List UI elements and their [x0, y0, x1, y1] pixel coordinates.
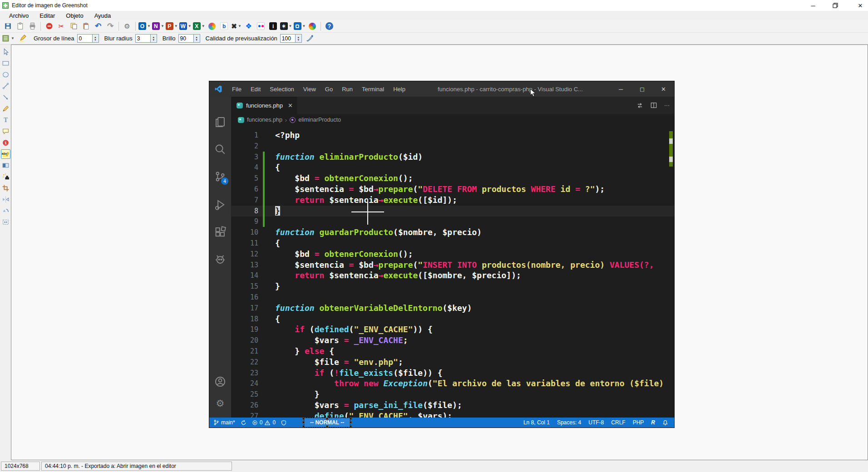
onenote-icon[interactable]: N▼ [152, 21, 164, 32]
line-number: 24 [231, 378, 258, 389]
save-icon[interactable] [2, 21, 13, 32]
undo-icon[interactable]: ↶ [93, 21, 104, 32]
line-number: 18 [231, 314, 258, 324]
menu-editar[interactable]: Editar [35, 11, 59, 20]
indentation: Spaces: 4 [557, 419, 581, 426]
print-icon[interactable] [27, 21, 38, 32]
line-tool[interactable] [1, 81, 10, 91]
line-number: 8 [231, 206, 258, 216]
word-icon[interactable]: W▼ [179, 21, 192, 32]
titlebar: Editor de imagen de Greenshot ─ ✕ [0, 0, 868, 11]
external-app-icon[interactable]: ✖▼ [231, 21, 242, 32]
line-number: 27 [231, 411, 258, 418]
menu-archivo[interactable]: Archivo [5, 11, 33, 20]
preview-quality-spinner[interactable]: ▲▼ [296, 34, 302, 43]
toolbar-separator [118, 22, 119, 31]
code-line-18: 18{ [231, 314, 674, 324]
editor-canvas[interactable]: FileEditSelectionViewGoRunTerminalHelp f… [11, 44, 868, 460]
highlighter-icon[interactable] [17, 33, 28, 44]
line-number: 25 [231, 389, 258, 400]
b-service-icon[interactable]: b [219, 21, 230, 32]
preview-quality-input[interactable] [280, 34, 296, 43]
close-button[interactable]: ✕ [856, 2, 864, 9]
language-mode: PHP [633, 419, 644, 426]
confirm-tool-icon[interactable] [305, 33, 316, 44]
photobucket-icon[interactable]: ✶▼ [280, 21, 292, 32]
method-symbol-icon [290, 117, 296, 123]
effects-tool[interactable] [1, 172, 10, 182]
outlook-icon[interactable]: O▼ [138, 21, 151, 32]
menu-ayuda[interactable]: Ayuda [90, 11, 116, 20]
pointer-tool[interactable] [1, 47, 10, 57]
imgur-icon[interactable]: i [268, 21, 279, 32]
resize-canvas-tool[interactable] [1, 217, 10, 227]
brightness-input[interactable] [178, 34, 194, 43]
debug-extension-icon [209, 250, 231, 268]
help-icon[interactable]: ? [324, 21, 335, 32]
blur-radius-input[interactable] [135, 34, 151, 43]
freehand-tool[interactable] [1, 104, 10, 113]
paint-icon[interactable] [207, 21, 217, 32]
code-text: $sentencia = $bd→prepare("DELETE FROM pr… [275, 184, 605, 195]
code-line-3: 3function eliminarProducto($id) [231, 152, 674, 162]
line-thickness-spinner[interactable]: ▲▼ [93, 34, 99, 43]
svg-text:T: T [3, 117, 7, 123]
obfuscate-tool[interactable] [1, 161, 10, 170]
dropbox-icon[interactable]: ❖ [243, 21, 254, 32]
copy-icon[interactable] [68, 21, 79, 32]
code-line-26: 26 $vars = parse_ini_file($file); [231, 400, 674, 411]
field-highlight-icon[interactable]: ▼ [2, 33, 15, 44]
paste-icon[interactable] [80, 21, 91, 32]
line-number: 11 [231, 238, 258, 249]
image-dimensions: 1024x768 [1, 462, 40, 471]
clipboard-icon[interactable] [15, 21, 25, 32]
mouse-pointer-icon [529, 88, 537, 98]
excel-icon[interactable]: X▼ [193, 21, 205, 32]
branch-name: main* [221, 419, 235, 426]
box-icon[interactable]: ▼ [294, 21, 306, 32]
picasa-icon[interactable] [307, 21, 318, 32]
arrow-tool[interactable] [1, 93, 10, 102]
git-added-indicator [263, 152, 265, 162]
menu-objeto[interactable]: Objeto [61, 11, 88, 20]
redo-icon[interactable]: ↷ [105, 21, 116, 32]
tab-funciones-php: funciones.php ✕ [231, 97, 298, 114]
restore-button[interactable] [833, 3, 841, 8]
highlight-tool[interactable]: abc [1, 149, 10, 159]
line-thickness-input[interactable] [77, 34, 93, 43]
brightness-label: Brillo [163, 35, 176, 42]
crop-tool[interactable] [1, 183, 10, 193]
minimize-button[interactable]: ─ [809, 2, 817, 9]
rotate-tool[interactable] [1, 206, 10, 216]
code-line-8: 8} [231, 206, 674, 216]
vscode-menu-selection: Selection [266, 84, 298, 94]
counter-tool[interactable]: 1 [1, 138, 10, 148]
line-number: 6 [231, 184, 258, 195]
text-tool[interactable]: T [1, 115, 10, 125]
preview-quality-label: Calidad de previsualización [206, 35, 277, 42]
code-text: $vars = _ENV_CACHE; [275, 335, 408, 346]
rectangle-tool[interactable] [1, 59, 10, 68]
blur-radius-spinner[interactable]: ▲▼ [151, 34, 157, 43]
php-file-icon [238, 117, 244, 123]
code-text: { [275, 314, 280, 324]
warning-count: 0 [272, 419, 276, 426]
vim-mode-selection[interactable]: -- NORMAL -- [305, 419, 350, 426]
ellipse-tool[interactable] [1, 70, 10, 79]
code-text: { [275, 238, 280, 249]
speechbubble-tool[interactable] [1, 127, 10, 136]
crosshair-cursor [367, 199, 368, 225]
git-added-indicator [263, 162, 265, 173]
flickr-icon[interactable] [256, 21, 266, 32]
brightness-spinner[interactable]: ▲▼ [194, 34, 200, 43]
code-text: if (defined("_ENV_CACHE")) { [275, 324, 433, 335]
flip-tool[interactable] [1, 195, 10, 204]
powerpoint-icon[interactable]: P▼ [166, 21, 178, 32]
code-text: return $sentencia→execute([$id]); [275, 195, 457, 206]
settings-icon[interactable]: ⚙ [122, 21, 133, 32]
cut-icon[interactable]: ✂ [56, 21, 67, 32]
code-text: } else { [275, 346, 334, 357]
line-number: 1 [231, 130, 258, 141]
delete-icon[interactable] [44, 21, 54, 32]
cursor-position: Ln 8, Col 1 [523, 419, 550, 426]
